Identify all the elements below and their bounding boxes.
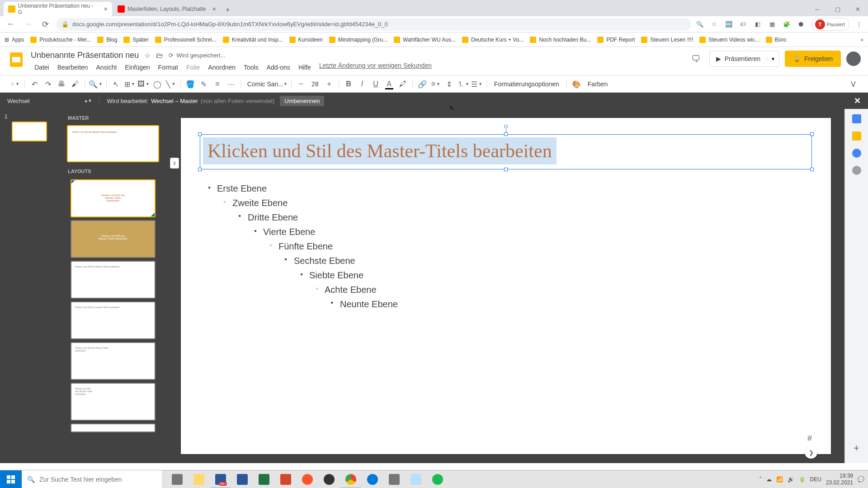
tray-volume-icon[interactable]: 🔊 (788, 476, 794, 483)
taskbar-app-generic[interactable] (383, 470, 405, 488)
taskbar-app-powerpoint[interactable] (275, 470, 297, 488)
bulleted-list-button[interactable]: ☰▼ (471, 78, 483, 90)
bookmark-item[interactable]: Professionell Schrei... (155, 37, 217, 43)
slides-logo[interactable] (7, 51, 25, 69)
tray-language[interactable]: DEU (810, 476, 821, 483)
menu-bearbeiten[interactable]: Bearbeiten (54, 62, 92, 73)
border-dash-button[interactable]: ⋯ (225, 78, 237, 90)
bookmark-item[interactable]: Steuern Lesen !!!! (641, 37, 693, 43)
close-tab-icon[interactable]: × (212, 5, 216, 13)
extension-icon-2[interactable]: ◧ (753, 20, 762, 29)
select-tool[interactable]: ↖ (110, 78, 122, 90)
bookmark-item[interactable]: Später (123, 37, 148, 43)
body-placeholder[interactable]: Erste Ebene Zweite Ebene Dritte Ebene Vi… (204, 181, 807, 311)
fill-color-button[interactable]: 🪣 (184, 78, 196, 90)
layout-thumbnail[interactable]: Klicken und Stil des Master-Titels bearb… (71, 301, 156, 339)
taskbar-app-obs[interactable] (318, 470, 340, 488)
present-button[interactable]: ▶Präsentieren (710, 55, 767, 62)
extension-icon-3[interactable]: ⬢ (797, 20, 806, 29)
taskbar-app-spotify[interactable] (427, 470, 448, 488)
browser-tab-active[interactable]: Unbenannte Präsentation neu - G × (4, 2, 112, 16)
document-title[interactable]: Unbenannte Präsentation neu (31, 51, 139, 60)
taskbar-app-word[interactable]: 99+ (210, 470, 231, 488)
contacts-icon[interactable] (852, 166, 861, 175)
zoom-button[interactable]: 🔍▼ (89, 78, 103, 90)
bookmarks-overflow[interactable]: » (860, 37, 863, 43)
new-slide-button[interactable]: +▼ (9, 78, 21, 90)
menu-addons[interactable]: Add-ons (263, 62, 294, 73)
explore-button[interactable]: ❯ (805, 446, 817, 459)
taskbar-app-explorer[interactable] (188, 470, 210, 488)
bookmark-star-icon[interactable]: ☆ (710, 20, 719, 29)
bookmark-item[interactable]: Steuern Videos wic... (699, 37, 760, 43)
bookmark-item[interactable]: Mindmapping (Gru... (329, 37, 387, 43)
master-thumbnail[interactable]: Klicken und Stil des Master-Titels bearb… (67, 125, 159, 162)
insert-link-button[interactable]: 🔗 (416, 78, 428, 90)
bold-button[interactable]: B (343, 78, 354, 90)
textbox-tool[interactable]: ⊞▼ (124, 78, 136, 90)
line-tool[interactable]: ╲▼ (165, 78, 177, 90)
shape-tool[interactable]: ◯ (151, 78, 163, 90)
list-item[interactable]: Erste Ebene (204, 181, 807, 196)
resize-handle[interactable] (504, 132, 508, 136)
layout-thumbnail[interactable]: Klicken und Stil des Master-Titelsbearbe… (71, 342, 156, 380)
maximize-button[interactable]: ▢ (827, 2, 848, 16)
taskbar-app-notepad[interactable] (405, 470, 427, 488)
menu-hilfe[interactable]: Hilfe (295, 62, 315, 73)
move-icon[interactable]: 🗁 (156, 52, 163, 60)
close-window-button[interactable]: ✕ (848, 2, 868, 16)
apps-bookmark[interactable]: ⊞Apps (5, 37, 24, 43)
menu-anordnen[interactable]: Anordnen (204, 62, 239, 73)
task-view-button[interactable] (166, 470, 188, 488)
bookmark-item[interactable]: Kreativität und Insp... (223, 37, 283, 43)
zoom-icon[interactable]: 🔍 (695, 20, 704, 29)
border-weight-button[interactable]: ≡ (212, 78, 223, 90)
extensions-puzzle-icon[interactable]: 🧩 (782, 20, 791, 29)
image-tool[interactable]: 🖼▼ (137, 78, 150, 90)
taskbar-search[interactable]: 🔍 Zur Suche Text hier eingeben (22, 470, 162, 488)
list-item[interactable]: Achte Ebene (312, 282, 807, 297)
bookmark-item[interactable]: Büro (766, 37, 786, 43)
line-spacing-button[interactable]: ⇕ (443, 78, 455, 90)
taskbar-app-word2[interactable] (231, 470, 253, 488)
back-button[interactable]: ← (5, 18, 17, 31)
list-item[interactable]: Fünfte Ebene (266, 239, 807, 253)
paint-format-button[interactable]: 🖌 (69, 78, 81, 90)
font-size-input[interactable]: 28 (309, 80, 321, 88)
browser-tab-inactive[interactable]: Masterfolien, Layouts, Platzhalte × (113, 2, 221, 16)
rename-button[interactable]: Umbenennen (280, 96, 324, 106)
bookmark-item[interactable]: Blog (97, 37, 117, 43)
bookmark-item[interactable]: Produktsuche - Mer... (30, 37, 91, 43)
layout-thumbnail[interactable]: Klicken und Stil des Master-Titels bearb… (71, 261, 156, 299)
slide-thumbnail[interactable] (12, 122, 47, 141)
star-icon[interactable]: ☆ (144, 51, 151, 60)
italic-button[interactable]: I (356, 78, 368, 90)
bookmark-item[interactable]: Wahlfächer WU Aus... (394, 37, 456, 43)
list-item[interactable]: Sechste Ebene (281, 253, 807, 268)
font-family-select[interactable]: Comic San...▼ (245, 78, 288, 90)
align-button[interactable]: ≡▼ (430, 78, 442, 90)
autofit-button[interactable]: ⇕ (170, 158, 179, 169)
taskbar-app-edge[interactable] (362, 470, 383, 488)
tray-chevron-icon[interactable]: ˄ (759, 476, 762, 483)
url-field[interactable]: 🔒 docs.google.com/presentation/d/1o2Pm-L… (56, 18, 691, 31)
list-item[interactable]: Vierte Ebene (250, 225, 807, 239)
master-slide-canvas[interactable]: ⇕ Klicken und Stil des Master-Titels bea… (181, 118, 831, 454)
undo-button[interactable]: ↶ (28, 78, 40, 90)
forward-button[interactable]: → (22, 18, 34, 31)
extension-icon[interactable]: 🏷 (739, 20, 748, 29)
share-button[interactable]: 🔒Freigeben (785, 51, 841, 67)
underline-button[interactable]: U (370, 78, 382, 90)
account-avatar[interactable] (846, 52, 861, 66)
master-layouts-panel[interactable]: MASTER Klicken und Stil des Master-Titel… (59, 109, 167, 463)
tray-battery-icon[interactable]: 🔋 (799, 476, 806, 483)
font-size-decrease[interactable]: − (295, 78, 307, 90)
tray-wifi-icon[interactable]: 📶 (776, 476, 783, 483)
resize-handle[interactable] (810, 132, 814, 136)
text-color-button[interactable]: A (383, 78, 395, 90)
tray-cloud-icon[interactable]: ☁ (766, 476, 772, 483)
print-button[interactable]: 🖶 (56, 78, 67, 90)
bookmark-item[interactable]: Noch hochladen Bu... (530, 37, 591, 43)
new-tab-button[interactable]: + (222, 4, 234, 16)
calendar-icon[interactable] (852, 114, 861, 123)
